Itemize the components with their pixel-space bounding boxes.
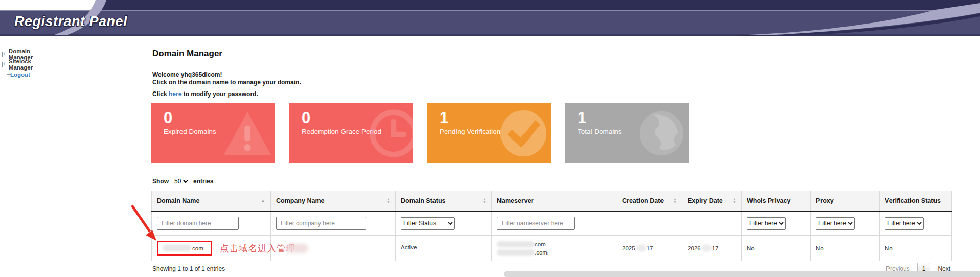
redacted-date-blur bbox=[636, 244, 646, 252]
change-password-link[interactable]: here bbox=[169, 90, 181, 98]
show-entries-pre-label: Show bbox=[152, 178, 169, 185]
column-header-proxy[interactable]: Proxy bbox=[811, 191, 880, 212]
page-title: Domain Manager bbox=[152, 49, 222, 59]
creation-day: 17 bbox=[647, 245, 653, 251]
column-label: Domain Status bbox=[401, 197, 446, 204]
column-label: Company Name bbox=[276, 197, 324, 204]
column-label: Whois Privacy bbox=[747, 197, 790, 204]
proxy-value: No bbox=[816, 245, 824, 251]
header-banner: Registrant Panel bbox=[0, 0, 980, 37]
filter-cell-creation-date bbox=[617, 212, 682, 236]
expiry-year: 2026 bbox=[688, 245, 701, 251]
registrant-panel-page: Registrant Panel Domain Manager Sitelock… bbox=[0, 0, 980, 277]
warning-triangle-icon bbox=[223, 109, 272, 158]
redacted-nameserver-blur bbox=[497, 249, 535, 256]
filter-whois-select[interactable]: Filter here bbox=[747, 217, 786, 230]
domain-status-value: Active bbox=[401, 244, 417, 250]
page-length-select[interactable]: 50 bbox=[172, 176, 190, 187]
cell-proxy: No bbox=[811, 236, 880, 261]
column-label: Nameserver bbox=[497, 197, 534, 204]
filter-cell-status: Filter Status bbox=[396, 212, 492, 236]
sidebar-item-label[interactable]: Sitelock Manager bbox=[9, 58, 34, 71]
column-header-creation-date[interactable]: Creation Date bbox=[617, 191, 682, 212]
column-header-whois-privacy[interactable]: Whois Privacy bbox=[742, 191, 811, 212]
cell-expiry-date: 202617 bbox=[682, 236, 742, 261]
welcome-text: Welcome yhq365dlcom! Click on the domain… bbox=[152, 71, 301, 86]
horizontal-scrollbar-thumb[interactable] bbox=[504, 271, 980, 277]
column-header-verification-status[interactable]: Verification Status bbox=[880, 191, 952, 212]
nameserver-line1: com bbox=[497, 240, 611, 248]
password-line-pre: Click bbox=[152, 90, 169, 98]
expand-icon[interactable] bbox=[2, 62, 6, 67]
cell-domain-status: Active bbox=[396, 236, 492, 261]
password-line-post: to modify your password. bbox=[181, 90, 258, 98]
stat-card-pending-verification: 1 Pending Verification bbox=[427, 103, 551, 163]
domain-link-highlight-box[interactable]: com bbox=[157, 241, 212, 256]
filter-nameserver-input[interactable] bbox=[497, 217, 575, 230]
sort-both-icon[interactable] bbox=[386, 198, 390, 204]
show-entries-post-label: entries bbox=[193, 178, 213, 185]
cell-verification-status: No bbox=[880, 236, 952, 261]
stat-card-total-domains: 1 Total Domains bbox=[565, 103, 689, 163]
creation-year: 2025 bbox=[622, 245, 635, 251]
redacted-domain-blur bbox=[163, 245, 191, 251]
filter-cell-domain bbox=[152, 212, 271, 236]
cell-creation-date: 202517 bbox=[617, 236, 682, 261]
nameserver-suffix: .com bbox=[535, 248, 548, 257]
sidebar-item-label[interactable]: Logout bbox=[10, 72, 30, 78]
sidebar-item-sitelock-manager[interactable]: Sitelock Manager bbox=[2, 61, 34, 68]
clock-icon bbox=[369, 109, 413, 158]
column-header-domain-status[interactable]: Domain Status bbox=[396, 191, 492, 212]
redacted-nameserver-blur bbox=[497, 241, 535, 247]
filter-cell-nameserver bbox=[492, 212, 617, 236]
sort-ascending-icon[interactable] bbox=[261, 198, 265, 203]
stat-card-expired-domains: 0 Expired Domains bbox=[151, 103, 275, 163]
filter-cell-expiry-date bbox=[682, 212, 742, 236]
domain-name-suffix[interactable]: com bbox=[192, 245, 203, 251]
globe-icon bbox=[637, 109, 686, 158]
sort-both-icon[interactable] bbox=[733, 198, 736, 204]
redacted-date-blur bbox=[701, 244, 712, 252]
filter-proxy-select[interactable]: Filter here bbox=[816, 217, 855, 230]
sidebar-item-logout[interactable]: Logout bbox=[10, 71, 30, 78]
annotation-redacted-blur bbox=[285, 244, 308, 253]
filter-cell-company bbox=[271, 212, 396, 236]
expand-icon[interactable] bbox=[2, 52, 6, 57]
banner-swoosh-graphic bbox=[0, 0, 980, 37]
nameserver-line2: .com bbox=[497, 248, 611, 257]
column-label: Proxy bbox=[816, 197, 834, 204]
table-header-row: Domain Name Company Name Domain Status N… bbox=[152, 191, 952, 212]
welcome-line2: Click on the domain name to manage your … bbox=[152, 79, 301, 86]
sidebar-item-domain-manager[interactable]: Domain Manager bbox=[2, 51, 34, 58]
check-circle-icon bbox=[499, 109, 548, 158]
filter-verification-select[interactable]: Filter here bbox=[885, 217, 924, 230]
welcome-line1: Welcome yhq365dlcom! bbox=[152, 71, 301, 79]
column-label: Verification Status bbox=[885, 197, 941, 204]
annotation-text: 点击域名进入管理 bbox=[220, 242, 295, 255]
column-header-domain-name[interactable]: Domain Name bbox=[152, 191, 271, 212]
password-line: Click here to modify your password. bbox=[152, 90, 258, 98]
sort-both-icon[interactable] bbox=[673, 198, 677, 204]
nameserver-suffix: com bbox=[535, 240, 546, 248]
sort-both-icon[interactable] bbox=[483, 198, 486, 204]
filter-domain-input[interactable] bbox=[157, 217, 239, 230]
column-header-company-name[interactable]: Company Name bbox=[271, 191, 396, 212]
column-label: Creation Date bbox=[622, 197, 664, 204]
table-filter-row: Filter Status Filter here Filter here Fi… bbox=[152, 212, 952, 236]
app-title: Registrant Panel bbox=[14, 14, 127, 30]
column-header-expiry-date[interactable]: Expiry Date bbox=[682, 191, 742, 212]
filter-cell-verification: Filter here bbox=[880, 212, 952, 236]
expiry-day: 17 bbox=[712, 245, 719, 251]
column-header-nameserver[interactable]: Nameserver bbox=[492, 191, 617, 212]
cell-whois-privacy: No bbox=[742, 236, 811, 261]
filter-cell-whois: Filter here bbox=[742, 212, 811, 236]
show-entries-control: Show 50 entries bbox=[152, 176, 213, 187]
verification-status-value: No bbox=[885, 245, 893, 251]
whois-privacy-value: No bbox=[747, 245, 755, 251]
column-label: Expiry Date bbox=[688, 197, 723, 204]
table-summary: Showing 1 to 1 of 1 entries bbox=[152, 265, 225, 272]
filter-cell-proxy: Filter here bbox=[811, 212, 880, 236]
cell-nameserver: com .com bbox=[492, 236, 617, 261]
filter-company-input[interactable] bbox=[276, 217, 366, 230]
filter-status-select[interactable]: Filter Status bbox=[401, 217, 455, 230]
